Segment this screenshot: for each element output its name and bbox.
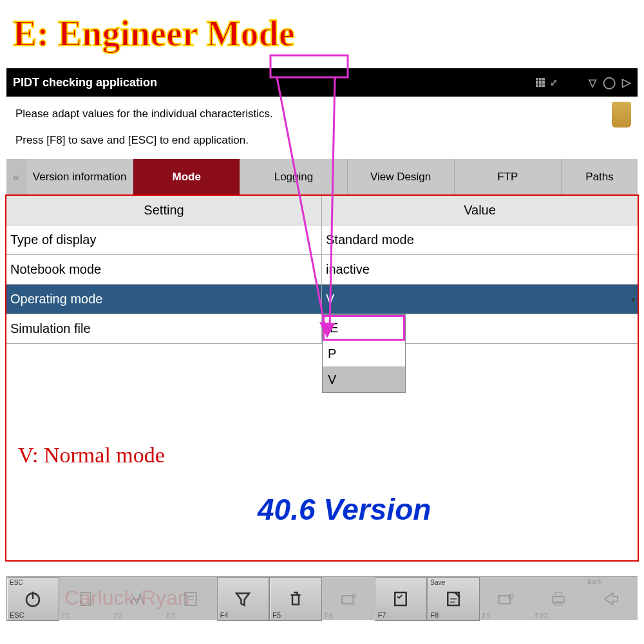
- tab-paths[interactable]: Paths: [561, 159, 638, 195]
- svg-rect-10: [342, 596, 354, 604]
- value-cell[interactable]: Standard mode: [322, 225, 638, 254]
- back-arrow-icon: [601, 589, 621, 609]
- table-row[interactable]: Notebook mode inactive: [6, 255, 638, 285]
- esc-button[interactable]: ESC ESC: [6, 577, 59, 621]
- power-icon: [23, 589, 43, 609]
- save-top-label: Save: [430, 579, 445, 586]
- play-icon[interactable]: ▷: [622, 75, 631, 90]
- overlay-title: E: Engineer Mode: [13, 13, 295, 54]
- save-button[interactable]: Save F8: [427, 577, 480, 621]
- overlay-version: 40.6 Version: [258, 492, 431, 527]
- app-window: PIDT checking application ⤢ ▽ ◯ ▷ Please…: [6, 68, 638, 344]
- header-setting: Setting: [6, 196, 322, 225]
- expand-icon[interactable]: ⤢: [550, 77, 556, 88]
- tab-ftp[interactable]: FTP: [454, 159, 561, 195]
- circle-icon[interactable]: ◯: [603, 75, 616, 90]
- f3-label: F3: [167, 612, 175, 620]
- funnel-icon: [233, 589, 252, 609]
- f5-button[interactable]: F5: [269, 577, 322, 621]
- table-header: Setting Value: [6, 196, 638, 225]
- instruction-line-2: Press [F8] to save and [ESC] to end appl…: [15, 131, 629, 151]
- document-icon: [76, 589, 95, 609]
- dropdown-option-e[interactable]: E: [323, 315, 405, 341]
- instruction-area: Please adapt values for the individual c…: [6, 97, 638, 159]
- tab-view-design[interactable]: View Design: [347, 159, 454, 195]
- f1-button: F1: [59, 577, 112, 621]
- svg-rect-18: [553, 596, 565, 603]
- f1-label: F1: [62, 612, 70, 620]
- f10-button: F10: [533, 577, 585, 621]
- zigzag-icon: [128, 589, 147, 609]
- overlay-normal-mode: V: Normal mode: [18, 443, 165, 468]
- printer-icon: [549, 589, 568, 609]
- f6-button: F6: [322, 577, 375, 621]
- dropdown-option-p[interactable]: P: [323, 341, 405, 366]
- table-row-selected[interactable]: Operating mode V ▼: [6, 285, 638, 314]
- f5-label: F5: [272, 611, 281, 619]
- instruction-line-1: Please adapt values for the individual c…: [15, 104, 629, 124]
- tab-mode[interactable]: Mode: [133, 159, 240, 195]
- svg-point-17: [509, 594, 514, 600]
- filter-icon[interactable]: ▽: [589, 77, 596, 89]
- brand-crest-icon: [612, 102, 631, 128]
- f3-button: F3: [164, 577, 217, 621]
- tab-logging[interactable]: Logging: [240, 159, 346, 195]
- svg-rect-7: [185, 592, 196, 605]
- f2-label: F2: [114, 612, 122, 620]
- f9-button: F9: [480, 577, 533, 621]
- function-toolbar: ESC ESC F1 F2 F3 F4 F5 F6 F7 Save F8 F9: [6, 576, 638, 620]
- grid-icon[interactable]: [536, 78, 545, 87]
- esc-top-label: ESC: [10, 579, 23, 586]
- back-button: Back: [585, 577, 638, 621]
- f9-label: F9: [482, 612, 491, 620]
- titlebar-icons: ⤢ ▽ ◯ ▷: [536, 75, 631, 90]
- dropdown-list[interactable]: E P V: [322, 314, 406, 393]
- setting-cell: Operating mode: [6, 285, 322, 314]
- esc-bot-label: ESC: [10, 611, 24, 619]
- page-icon: [181, 589, 200, 609]
- value-cell-dropdown[interactable]: V ▼: [322, 285, 638, 314]
- f6-label: F6: [325, 612, 333, 620]
- setting-cell: Simulation file: [6, 314, 322, 343]
- value-cell[interactable]: inactive: [322, 255, 638, 284]
- f2-button: F2: [111, 577, 164, 621]
- back-top-label: Back: [587, 578, 601, 585]
- checklist-icon: [391, 589, 410, 609]
- svg-rect-12: [395, 592, 407, 605]
- f4-label: F4: [220, 611, 229, 619]
- header-value: Value: [322, 196, 638, 225]
- tab-scroll-left[interactable]: «: [6, 159, 26, 195]
- tab-bar: « Version information Mode Logging View …: [6, 159, 638, 195]
- engine-icon: [339, 589, 358, 609]
- titlebar: PIDT checking application ⤢ ▽ ◯ ▷: [6, 68, 638, 97]
- tab-version-information[interactable]: Version information: [26, 159, 133, 195]
- f10-label: F10: [535, 612, 547, 620]
- app-title: PIDT checking application: [13, 76, 157, 90]
- setting-cell: Notebook mode: [6, 255, 322, 284]
- f8-label: F8: [430, 611, 439, 619]
- f7-label: F7: [378, 611, 386, 619]
- setting-cell: Type of display: [6, 225, 322, 254]
- diagnose-icon: [497, 589, 516, 609]
- content-area: Setting Value Type of display Standard m…: [6, 195, 638, 344]
- chevron-down-icon[interactable]: ▼: [630, 296, 636, 303]
- dropdown-option-v[interactable]: V: [323, 366, 405, 392]
- save-note-icon: [444, 589, 463, 609]
- table-row[interactable]: Type of display Standard mode: [6, 225, 638, 255]
- trash-icon: [286, 589, 305, 609]
- f4-button[interactable]: F4: [217, 577, 270, 621]
- selected-value: V: [326, 292, 334, 307]
- f7-button[interactable]: F7: [375, 577, 428, 621]
- svg-rect-6: [80, 592, 90, 605]
